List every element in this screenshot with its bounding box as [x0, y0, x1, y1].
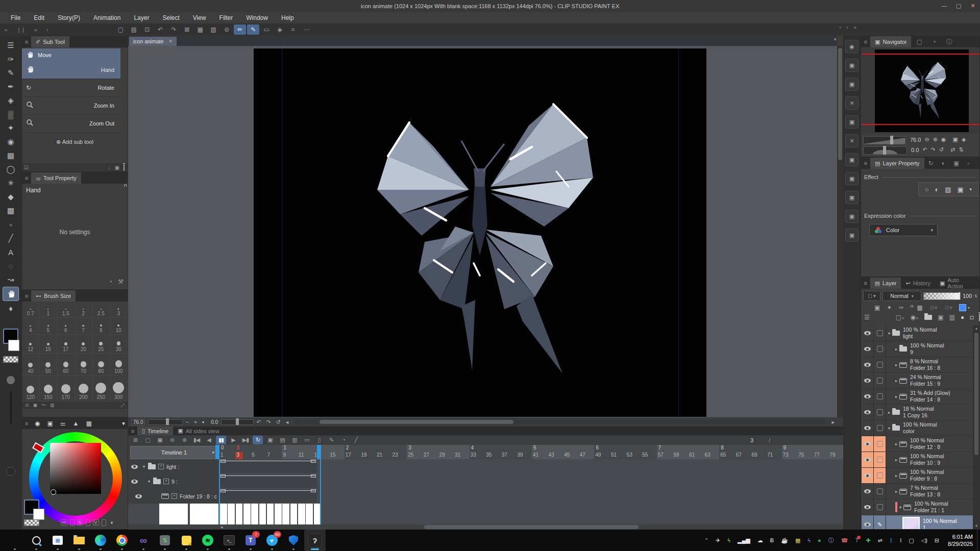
frame-cel-6[interactable] [259, 504, 266, 524]
menu-select[interactable]: Select [156, 12, 186, 23]
effect-halftone-icon[interactable]: ▨ [945, 186, 951, 193]
scroll-down-icon[interactable]: ▼ [973, 523, 980, 529]
layer-checkbox[interactable] [877, 393, 883, 399]
brush-size-6[interactable]: 6 [57, 318, 75, 335]
pen-tool-icon[interactable]: ✑ [3, 53, 18, 66]
brush-size-4[interactable]: 4 [22, 318, 40, 335]
menu-view[interactable]: View [186, 12, 213, 23]
minimize-button[interactable]: — [937, 0, 951, 12]
layer-visibility-eye-icon[interactable] [864, 458, 871, 462]
save-file-icon[interactable]: ⊡ [141, 24, 153, 35]
clip-to-layer-below-icon[interactable]: ▣ [874, 304, 880, 311]
history-icon[interactable]: ◔ [109, 278, 112, 285]
layer-expand-icon[interactable]: ▸ [895, 363, 897, 367]
rotate-left-button[interactable]: ↶ [256, 419, 261, 425]
layer-checkbox[interactable] [877, 409, 883, 415]
dock-palette-icon-3[interactable]: ✕ [845, 96, 859, 110]
layer-row-light[interactable]: ▾100 % Normallight [862, 325, 973, 341]
opacity-stepper-icon[interactable]: ⇅ [974, 294, 977, 298]
material-icon[interactable]: ▭ [260, 24, 273, 35]
layer-expand-icon[interactable]: ▾ [899, 505, 901, 510]
command-nav-icon-0[interactable]: « [0, 27, 12, 33]
new-folder-icon[interactable] [924, 315, 932, 320]
brush-size-7[interactable]: 7 [75, 318, 93, 335]
brush-size-120[interactable]: 120 [22, 375, 40, 402]
brush-size-150[interactable]: 150 [40, 375, 58, 402]
brush-view-box-icon[interactable]: ▣ [33, 403, 38, 408]
layer-visibility-eye-icon[interactable] [864, 410, 871, 414]
zoom-reset-button[interactable]: ▪ [202, 419, 204, 425]
taskbar-app-spotify[interactable]: ≋ [197, 530, 218, 551]
pencil-tool-icon[interactable]: ✎ [3, 66, 18, 80]
track-visibility-eye-icon[interactable] [135, 494, 142, 498]
frame-cel-11[interactable] [298, 504, 305, 524]
taskbar-app-telegram[interactable]: ➤60 [261, 530, 283, 551]
layer-row-Folder-14-8[interactable]: ▸31 % Add (Glow)Folder 14 : 8 [862, 389, 973, 405]
timeline-list-button[interactable]: ⊞ [130, 436, 140, 444]
layer-comp2-tab-icon[interactable]: ▫ [967, 160, 969, 167]
nav-rotate-reset-icon[interactable]: ↺ [939, 146, 944, 153]
layer-thumbnail[interactable] [902, 517, 920, 529]
frame-cel-13[interactable] [314, 504, 321, 524]
timeline-menu-icon[interactable]: ≡ [128, 428, 137, 434]
layer-expand-icon[interactable]: ▸ [895, 473, 897, 478]
add-subtool-button[interactable]: ⊕ Add sub tool [22, 139, 128, 145]
canvas-viewport[interactable] [128, 46, 837, 417]
command-nav-icon-2[interactable]: « [30, 27, 42, 33]
draft-layer-icon[interactable]: ✑ [898, 304, 903, 311]
menu-window[interactable]: Window [239, 12, 275, 23]
taskbar-app-search[interactable] [26, 530, 47, 551]
layer-expand-icon[interactable]: ▸ [888, 410, 890, 415]
brush-size-15[interactable]: 15 [40, 335, 58, 354]
nav-fullscreen-icon[interactable]: ◈ [962, 136, 966, 143]
layer-checkbox[interactable] [877, 441, 883, 447]
layer-row-1[interactable]: ✎100 % Normal1 [862, 515, 973, 529]
guide-icon[interactable]: ◈ [274, 24, 286, 35]
saturation-value-square[interactable] [50, 443, 101, 494]
tray-teams-icon[interactable]: T [855, 537, 859, 543]
navigator-rotate-slider[interactable] [863, 146, 907, 155]
duplicate-cel-button[interactable]: ▥ [289, 436, 300, 444]
brush-size-30[interactable]: 30 [110, 335, 128, 354]
delete-selection-icon[interactable]: ⊠ [181, 24, 193, 35]
grid-icon[interactable]: ▦ [194, 24, 206, 35]
timeline-track-2[interactable]: +Folder 19 : 8 : c [128, 489, 843, 504]
rotate-reset-button[interactable]: ↺ [276, 419, 281, 425]
undo-icon[interactable]: ↶ [154, 24, 166, 35]
brush-size-25[interactable]: 25 [92, 335, 110, 354]
layer-list-settings-icon[interactable]: ☰ [864, 314, 870, 321]
frame-cel-9[interactable] [282, 504, 289, 524]
deselect-icon[interactable]: ⊘ [220, 24, 233, 35]
next-frame-button[interactable]: ▶ [228, 436, 238, 444]
timeline-zoom-in-button[interactable]: ⊕ [179, 436, 189, 444]
layer-visibility-eye-icon[interactable] [864, 505, 871, 509]
dock-palette-icon-9[interactable]: ▣ [845, 210, 859, 223]
subtool-check-icon[interactable]: ☑ [24, 165, 29, 170]
brush-size-0.7[interactable]: 0.7 [22, 302, 40, 318]
tab-timeline[interactable]: ▯ Timeline [137, 427, 173, 435]
tray-language-icon[interactable]: ا [900, 537, 901, 544]
layer-expand-icon[interactable]: ▾ [888, 426, 890, 431]
tab-layer-property[interactable]: ▤ Layer Property [870, 158, 924, 169]
opacity-value[interactable]: 100 [963, 293, 972, 299]
taskbar-clock[interactable]: 6:01 AM 8/29/2025 [948, 533, 973, 547]
dock-palette-icon-4[interactable]: ▣ [845, 115, 859, 129]
brush-size-1[interactable]: 1 [40, 302, 58, 318]
menu-animation[interactable]: Animation [87, 12, 127, 23]
layer-row-Folder-21-1[interactable]: ▾100 % NormalFolder 21 : 1 [862, 499, 973, 515]
rotate-right-button[interactable]: ↷ [266, 419, 271, 425]
layer-visibility-eye-icon[interactable] [864, 379, 871, 383]
canvas-tab-close-icon[interactable]: ✕ [169, 39, 173, 44]
link-mask-icon[interactable]: ⊘▾ [944, 304, 952, 311]
subtool-panel-menu-icon[interactable]: ≡ [22, 39, 31, 45]
taskbar-app-teams[interactable]: T7 [240, 530, 261, 551]
brush-size-70[interactable]: 70 [75, 354, 93, 375]
snap-ruler-icon[interactable]: ✏ [234, 24, 246, 35]
tray-defender-icon[interactable]: ✚ [866, 537, 870, 544]
tab-auto-action[interactable]: ▣ Auto Action [935, 278, 979, 289]
timeline-scrollbar[interactable]: ◄ [128, 524, 843, 530]
specify-cels-button[interactable]: ▭ [302, 436, 312, 444]
taskbar-app-store[interactable]: ⊞ [47, 530, 68, 551]
layer-row-Folder-16-8[interactable]: ▸8 % NormalFolder 16 : 8 [862, 357, 973, 373]
color-mixing-tab-icon[interactable]: ▲ [73, 420, 79, 427]
